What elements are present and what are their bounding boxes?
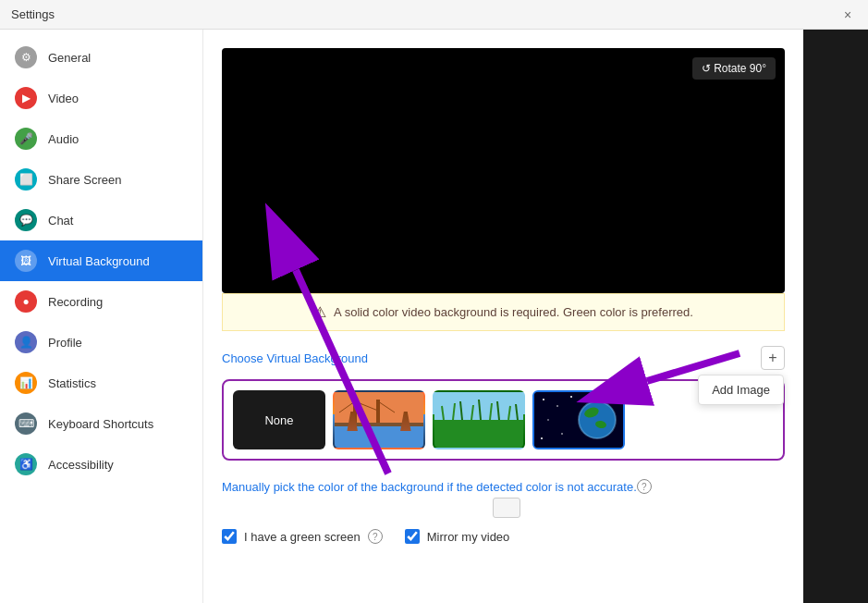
color-swatch[interactable] xyxy=(493,498,520,518)
manual-pick-row: Manually pick the color of the backgroun… xyxy=(222,479,785,494)
thumbnail-grass[interactable] xyxy=(433,390,525,449)
video-preview: ↺ Rotate 90° xyxy=(222,48,785,293)
checkboxes: I have a green screen ? Mirror my video xyxy=(222,529,785,544)
svg-point-21 xyxy=(556,405,558,407)
help-icon-green[interactable]: ? xyxy=(368,529,383,544)
recording-icon: ● xyxy=(15,290,37,313)
svg-rect-2 xyxy=(353,400,357,425)
vbg-header: Choose Virtual Background + Add Image xyxy=(222,346,785,370)
share-screen-icon: ⬜ xyxy=(15,168,37,191)
mirror-video-checkbox-label[interactable]: Mirror my video xyxy=(405,529,510,544)
none-label: None xyxy=(264,413,293,427)
svg-point-25 xyxy=(561,433,563,435)
svg-point-22 xyxy=(570,396,572,398)
green-screen-checkbox[interactable] xyxy=(222,529,237,544)
sidebar: ⚙General▶Video🎤Audio⬜Share Screen💬Chat🖼V… xyxy=(0,30,203,603)
sidebar-item-chat[interactable]: 💬Chat xyxy=(0,200,202,240)
keyboard-shortcuts-icon: ⌨ xyxy=(15,412,37,435)
green-screen-label: I have a green screen xyxy=(244,530,361,544)
title-bar: Settings × xyxy=(0,0,868,30)
sidebar-label-general: General xyxy=(48,51,91,65)
audio-icon: 🎤 xyxy=(15,128,37,150)
sidebar-label-audio: Audio xyxy=(48,132,79,146)
add-image-tooltip: Add Image xyxy=(698,375,784,405)
mirror-video-checkbox[interactable] xyxy=(405,529,420,544)
swatch-row xyxy=(222,498,785,518)
general-icon: ⚙ xyxy=(15,46,37,68)
sidebar-item-accessibility[interactable]: ♿Accessibility xyxy=(0,444,202,485)
window-title: Settings xyxy=(11,7,55,21)
plus-icon: + xyxy=(768,350,776,366)
rotate-button[interactable]: ↺ Rotate 90° xyxy=(692,57,776,80)
svg-rect-3 xyxy=(376,400,380,425)
close-button[interactable]: × xyxy=(838,6,857,24)
thumbnail-space[interactable] xyxy=(532,390,625,449)
sidebar-item-profile[interactable]: 👤Profile xyxy=(0,322,202,363)
warning-text: A solid color video background is requir… xyxy=(334,305,693,319)
bottom-options: Manually pick the color of the backgroun… xyxy=(222,479,785,544)
svg-rect-9 xyxy=(434,420,525,449)
statistics-icon: 📊 xyxy=(15,372,37,394)
svg-rect-7 xyxy=(335,423,425,426)
sidebar-item-general[interactable]: ⚙General xyxy=(0,37,202,78)
sidebar-item-recording[interactable]: ●Recording xyxy=(0,281,202,322)
add-image-button[interactable]: + Add Image xyxy=(761,346,785,370)
mirror-label: Mirror my video xyxy=(427,530,510,544)
svg-point-20 xyxy=(543,399,544,400)
virtual-background-icon: 🖼 xyxy=(15,250,37,272)
sidebar-item-share-screen[interactable]: ⬜Share Screen xyxy=(0,159,202,200)
svg-point-26 xyxy=(541,437,543,439)
sidebar-label-share-screen: Share Screen xyxy=(48,173,122,187)
section-title: Choose Virtual Background xyxy=(222,351,368,365)
content-area: ↺ Rotate 90° ⚠ A solid color video backg… xyxy=(203,30,803,603)
sidebar-label-recording: Recording xyxy=(48,295,103,309)
sidebar-label-statistics: Statistics xyxy=(48,376,96,390)
virtual-background-section: Choose Virtual Background + Add Image No… xyxy=(222,346,785,461)
sidebar-label-profile: Profile xyxy=(48,336,82,350)
sidebar-label-keyboard-shortcuts: Keyboard Shortcuts xyxy=(48,417,153,431)
svg-point-23 xyxy=(547,419,548,420)
manual-pick-text: Manually pick the color of the backgroun… xyxy=(222,480,637,494)
help-icon-manual[interactable]: ? xyxy=(637,479,652,494)
sidebar-item-virtual-background[interactable]: 🖼Virtual Background xyxy=(0,240,202,281)
thumbnail-bridge[interactable] xyxy=(333,390,425,449)
sidebar-item-keyboard-shortcuts[interactable]: ⌨Keyboard Shortcuts xyxy=(0,403,202,444)
video-icon: ▶ xyxy=(15,87,37,109)
svg-rect-1 xyxy=(335,425,425,449)
sidebar-item-statistics[interactable]: 📊Statistics xyxy=(0,363,202,403)
sidebar-item-video[interactable]: ▶Video xyxy=(0,78,202,118)
accessibility-icon: ♿ xyxy=(15,453,37,475)
thumbnail-none[interactable]: None xyxy=(233,390,325,449)
sidebar-item-audio[interactable]: 🎤Audio xyxy=(0,118,202,159)
chat-icon: 💬 xyxy=(15,209,37,231)
warning-banner: ⚠ A solid color video background is requ… xyxy=(222,293,785,331)
warning-icon: ⚠ xyxy=(313,303,326,321)
green-screen-checkbox-label[interactable]: I have a green screen ? xyxy=(222,529,383,544)
sidebar-label-virtual-background: Virtual Background xyxy=(48,254,150,268)
profile-icon: 👤 xyxy=(15,331,37,353)
sidebar-label-accessibility: Accessibility xyxy=(48,458,114,472)
sidebar-label-video: Video xyxy=(48,92,79,105)
sidebar-label-chat: Chat xyxy=(48,214,73,228)
right-panel xyxy=(803,30,868,603)
